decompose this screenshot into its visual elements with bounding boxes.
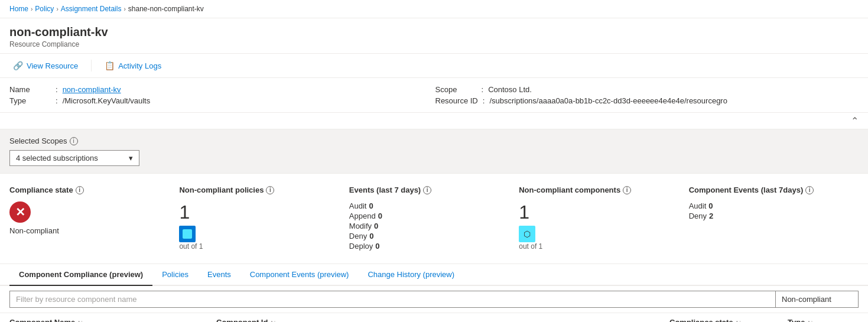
non-compliant-policies-row: 1 — [179, 201, 334, 242]
collapse-section: ⌃ — [0, 113, 868, 129]
info-scope-label: Scope — [435, 85, 477, 94]
activity-logs-label: Activity Logs — [118, 61, 161, 70]
component-events-info-icon[interactable]: i — [805, 186, 814, 194]
policy-icon-inner — [183, 229, 192, 239]
scope-section: Selected Scopes i 4 selected subscriptio… — [0, 129, 868, 174]
view-resource-button[interactable]: 🔗 View Resource — [9, 58, 82, 73]
non-compliant-components-row: 1 ⬡ — [519, 201, 674, 242]
event-deny: Deny 0 — [349, 232, 505, 240]
info-resource-id-colon: : — [483, 96, 485, 105]
non-compliant-policies-sub: out of 1 — [179, 242, 334, 251]
events-info-icon[interactable]: i — [423, 186, 431, 194]
collapse-button[interactable]: ⌃ — [851, 115, 859, 126]
info-name-label: Name — [9, 85, 51, 94]
filter-input[interactable] — [9, 291, 776, 308]
component-icon: ⬡ — [519, 226, 535, 242]
scope-dropdown-value: 4 selected subscriptions — [16, 154, 98, 162]
non-compliant-components-block: Non-compliant components i 1 ⬡ out of 1 — [519, 186, 688, 252]
event-audit: Audit 0 — [349, 201, 505, 210]
breadcrumb-sep-2: › — [56, 6, 58, 12]
info-name-row: Name : non-compliant-kv — [9, 85, 433, 94]
tab-component-compliance[interactable]: Component Compliance (preview) — [9, 264, 152, 285]
non-compliant-policies-number: 1 — [179, 201, 190, 223]
col-component-name: Component Name ↑↓ — [9, 318, 216, 322]
component-event-deny: Deny 2 — [689, 212, 844, 220]
sort-type-icon[interactable]: ↑↓ — [807, 319, 813, 322]
compliance-error-icon: ✕ — [9, 201, 31, 223]
info-grid: Name : non-compliant-kv Type : /Microsof… — [0, 78, 868, 113]
event-modify: Modify 0 — [349, 222, 505, 230]
table-header: Component Name ↑↓ Component Id ↑↓ Compli… — [0, 313, 868, 322]
tab-policies[interactable]: Policies — [152, 264, 198, 285]
breadcrumb-home[interactable]: Home — [9, 5, 28, 13]
component-event-audit: Audit 0 — [689, 201, 844, 210]
tab-change-history[interactable]: Change History (preview) — [358, 264, 464, 285]
scope-label-text: Selected Scopes — [9, 136, 67, 145]
info-type-label: Type — [9, 96, 51, 105]
breadcrumb-current: shane-non-compliant-kv — [128, 5, 204, 13]
info-scope-row: Scope : Contoso Ltd. — [435, 85, 859, 94]
non-compliant-components-num-block: 1 ⬡ — [519, 201, 535, 242]
info-type-row: Type : /Microsoft.KeyVault/vaults — [9, 96, 433, 105]
compliance-state-filter[interactable]: Non-compliant — [776, 291, 859, 308]
scope-info-icon[interactable]: i — [70, 137, 78, 145]
activity-logs-button[interactable]: 📋 Activity Logs — [101, 58, 165, 73]
compliance-state-label: Non-compliant — [9, 226, 165, 235]
filter-row: Non-compliant — [0, 286, 868, 313]
chevron-down-icon: ▾ — [129, 154, 133, 162]
sort-component-id-icon[interactable]: ↑↓ — [270, 319, 276, 322]
view-resource-label: View Resource — [27, 61, 78, 70]
sort-compliance-state-icon[interactable]: ↑↓ — [736, 319, 742, 322]
non-compliant-components-info-icon[interactable]: i — [623, 186, 631, 194]
breadcrumb: Home › Policy › Assignment Details › sha… — [0, 0, 868, 18]
breadcrumb-sep-1: › — [31, 6, 32, 12]
event-append: Append 0 — [349, 212, 505, 220]
non-compliant-components-title: Non-compliant components i — [519, 186, 674, 194]
component-events-list: Audit 0 Deny 2 — [689, 201, 844, 220]
metrics-section: Compliance state i ✕ Non-compliant Non-c… — [0, 174, 868, 264]
compliance-filter-value: Non-compliant — [782, 295, 831, 304]
info-name-colon: : — [56, 85, 58, 94]
scope-dropdown[interactable]: 4 selected subscriptions ▾ — [9, 150, 139, 166]
non-compliant-components-number: 1 — [519, 201, 529, 223]
tab-component-events[interactable]: Component Events (preview) — [240, 264, 359, 285]
info-scope-value: Contoso Ltd. — [488, 85, 532, 94]
info-type-colon: : — [56, 96, 58, 105]
compliance-state-block: Compliance state i ✕ Non-compliant — [9, 186, 179, 252]
info-resource-id-row: Resource ID : /subscriptions/aaaa0a0a-bb… — [435, 96, 859, 105]
events-list: Audit 0 Append 0 Modify 0 Deny 0 Deploy … — [349, 201, 505, 251]
policy-icon — [179, 226, 196, 242]
non-compliant-policies-info-icon[interactable]: i — [266, 186, 274, 194]
page-header: non-compliant-kv Resource Compliance — [0, 18, 868, 54]
non-compliant-policies-num-block: 1 — [179, 201, 196, 242]
breadcrumb-sep-3: › — [123, 6, 125, 12]
info-type-value: /Microsoft.KeyVault/vaults — [63, 96, 151, 105]
page-subtitle: Resource Compliance — [9, 40, 859, 48]
breadcrumb-policy[interactable]: Policy — [35, 5, 54, 13]
tabs-section: Component Compliance (preview) Policies … — [0, 264, 868, 286]
info-resource-id-label: Resource ID — [435, 96, 478, 105]
component-events-title: Component Events (last 7days) i — [689, 186, 844, 194]
compliance-state-info-icon[interactable]: i — [76, 186, 84, 194]
events-block: Events (last 7 days) i Audit 0 Append 0 … — [349, 186, 519, 252]
toolbar-divider — [91, 60, 92, 71]
activity-logs-icon: 📋 — [105, 61, 115, 70]
toolbar: 🔗 View Resource 📋 Activity Logs — [0, 54, 868, 78]
breadcrumb-assignment-details[interactable]: Assignment Details — [61, 5, 122, 13]
info-name-value[interactable]: non-compliant-kv — [63, 85, 121, 94]
scope-label: Selected Scopes i — [9, 136, 859, 145]
compliance-state-title: Compliance state i — [9, 186, 165, 194]
view-resource-icon: 🔗 — [13, 61, 23, 70]
col-type: Type ↑↓ — [788, 318, 859, 322]
non-compliant-policies-title: Non-compliant policies i — [179, 186, 334, 194]
non-compliant-policies-block: Non-compliant policies i 1 out of 1 — [179, 186, 349, 252]
component-events-block: Component Events (last 7days) i Audit 0 … — [689, 186, 859, 252]
info-resource-id-value: /subscriptions/aaaa0a0a-bb1b-cc2c-dd3d-e… — [489, 96, 727, 105]
info-scope-colon: : — [482, 85, 484, 94]
page-title: non-compliant-kv — [9, 25, 859, 39]
sort-component-name-icon[interactable]: ↑↓ — [77, 319, 83, 322]
tab-events[interactable]: Events — [198, 264, 240, 285]
event-deploy: Deploy 0 — [349, 242, 505, 251]
non-compliant-components-sub: out of 1 — [519, 242, 674, 251]
events-title: Events (last 7 days) i — [349, 186, 505, 194]
